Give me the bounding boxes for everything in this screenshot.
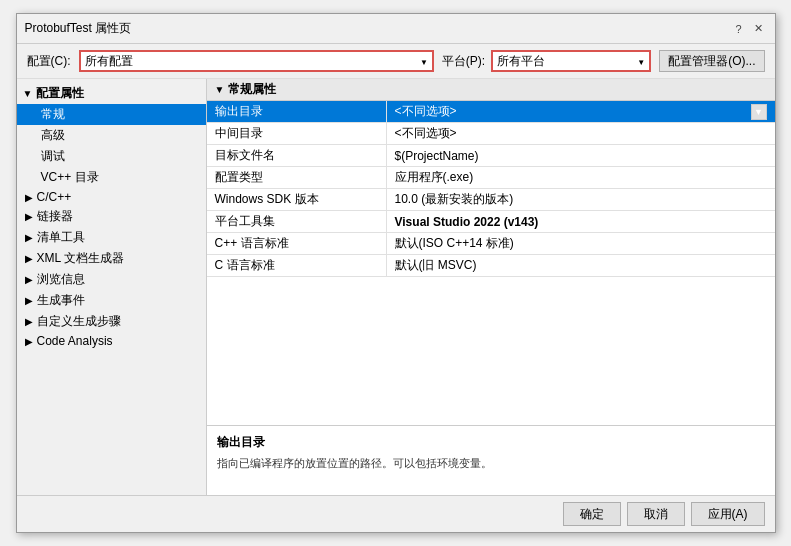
description-title: 输出目录 xyxy=(217,434,765,451)
cancel-button[interactable]: 取消 xyxy=(627,502,685,526)
tree-group-browse[interactable]: ▶浏览信息 xyxy=(17,269,206,290)
tree-item-advanced[interactable]: 高级 xyxy=(17,125,206,146)
tree-item-vc-dirs[interactable]: VC++ 目录 xyxy=(17,167,206,188)
prop-value-intermediate-dir: <不同选项> xyxy=(387,123,775,144)
prop-name-sdk-version: Windows SDK 版本 xyxy=(207,189,387,210)
tree-group-manifest[interactable]: ▶清单工具 xyxy=(17,227,206,248)
tree-item-debug[interactable]: 调试 xyxy=(17,146,206,167)
prop-row-sdk-version[interactable]: Windows SDK 版本10.0 (最新安装的版本) xyxy=(207,189,775,211)
prop-value-text-intermediate-dir: <不同选项> xyxy=(395,125,457,142)
tree-arrow: ▶ xyxy=(25,211,33,222)
description-panel: 输出目录 指向已编译程序的放置位置的路径。可以包括环境变量。 xyxy=(207,425,775,495)
props-section-label: 常规属性 xyxy=(228,81,276,98)
tree-arrow: ▶ xyxy=(25,336,33,347)
tree-arrow: ▶ xyxy=(25,316,33,327)
config-value: 所有配置 xyxy=(85,53,133,70)
tree-arrow: ▶ xyxy=(25,192,33,203)
ok-button[interactable]: 确定 xyxy=(563,502,621,526)
prop-value-text-config-type: 应用程序(.exe) xyxy=(395,169,474,186)
config-dropdown[interactable]: 所有配置 xyxy=(79,50,434,72)
config-manager-button[interactable]: 配置管理器(O)... xyxy=(659,50,764,72)
prop-value-sdk-version: 10.0 (最新安装的版本) xyxy=(387,189,775,210)
prop-rows: 输出目录<不同选项>▼中间目录<不同选项>目标文件名$(ProjectName)… xyxy=(207,101,775,277)
tree-group-label: 链接器 xyxy=(37,208,73,225)
prop-row-target-name[interactable]: 目标文件名$(ProjectName) xyxy=(207,145,775,167)
prop-value-config-type: 应用程序(.exe) xyxy=(387,167,775,188)
prop-value-output-dir: <不同选项>▼ xyxy=(387,101,775,122)
prop-name-cpp-standard: C++ 语言标准 xyxy=(207,233,387,254)
prop-value-c-standard: 默认(旧 MSVC) xyxy=(387,255,775,276)
tree-item-general[interactable]: 常规 xyxy=(17,104,206,125)
tree-group-cpp[interactable]: ▶C/C++ xyxy=(17,188,206,206)
prop-value-text-cpp-standard: 默认(ISO C++14 标准) xyxy=(395,235,514,252)
config-label: 配置(C): xyxy=(27,53,71,70)
props-section-header: ▼ 常规属性 xyxy=(207,79,775,101)
tree-group-label: 自定义生成步骤 xyxy=(37,313,121,330)
tree-group-code-analysis[interactable]: ▶Code Analysis xyxy=(17,332,206,350)
prop-value-cpp-standard: 默认(ISO C++14 标准) xyxy=(387,233,775,254)
tree-arrow: ▶ xyxy=(25,295,33,306)
prop-value-target-name: $(ProjectName) xyxy=(387,145,775,166)
prop-value-text-platform-toolset: Visual Studio 2022 (v143) xyxy=(395,215,539,229)
prop-name-platform-toolset: 平台工具集 xyxy=(207,211,387,232)
prop-row-intermediate-dir[interactable]: 中间目录<不同选项> xyxy=(207,123,775,145)
prop-name-output-dir: 输出目录 xyxy=(207,101,387,122)
prop-dropdown-btn-output-dir[interactable]: ▼ xyxy=(751,104,767,120)
props-table: ▼ 常规属性 输出目录<不同选项>▼中间目录<不同选项>目标文件名$(Proje… xyxy=(207,79,775,425)
props-section-arrow: ▼ xyxy=(215,84,225,95)
prop-value-platform-toolset: Visual Studio 2022 (v143) xyxy=(387,211,775,232)
tree-group-custom-steps[interactable]: ▶自定义生成步骤 xyxy=(17,311,206,332)
close-button[interactable]: ✕ xyxy=(751,21,767,37)
platform-row: 平台(P): 所有平台 xyxy=(442,50,651,72)
description-text: 指向已编译程序的放置位置的路径。可以包括环境变量。 xyxy=(217,455,765,472)
main-content: ▼ 配置属性 常规高级调试VC++ 目录▶C/C++▶链接器▶清单工具▶XML … xyxy=(17,79,775,495)
prop-name-config-type: 配置类型 xyxy=(207,167,387,188)
tree-items: 常规高级调试VC++ 目录▶C/C++▶链接器▶清单工具▶XML 文档生成器▶浏… xyxy=(17,104,206,350)
prop-value-text-c-standard: 默认(旧 MSVC) xyxy=(395,257,477,274)
tree-group-linker[interactable]: ▶链接器 xyxy=(17,206,206,227)
help-button[interactable]: ? xyxy=(731,21,747,37)
prop-name-c-standard: C 语言标准 xyxy=(207,255,387,276)
tree-section-arrow: ▼ xyxy=(23,88,33,99)
prop-row-platform-toolset[interactable]: 平台工具集Visual Studio 2022 (v143) xyxy=(207,211,775,233)
title-buttons: ? ✕ xyxy=(731,21,767,37)
platform-value: 所有平台 xyxy=(497,53,545,70)
prop-row-config-type[interactable]: 配置类型应用程序(.exe) xyxy=(207,167,775,189)
tree-group-label: XML 文档生成器 xyxy=(37,250,125,267)
prop-value-text-sdk-version: 10.0 (最新安装的版本) xyxy=(395,191,514,208)
properties-dialog: ProtobufTest 属性页 ? ✕ 配置(C): 所有配置 平台(P): … xyxy=(16,13,776,533)
prop-name-intermediate-dir: 中间目录 xyxy=(207,123,387,144)
tree-group-label: C/C++ xyxy=(37,190,72,204)
config-chevron xyxy=(420,54,428,68)
tree-group-label: Code Analysis xyxy=(37,334,113,348)
platform-chevron xyxy=(637,54,645,68)
prop-value-text-target-name: $(ProjectName) xyxy=(395,149,479,163)
tree-section-header[interactable]: ▼ 配置属性 xyxy=(17,83,206,104)
prop-value-text-output-dir: <不同选项> xyxy=(395,103,457,120)
bottom-bar: 确定 取消 应用(A) xyxy=(17,495,775,532)
tree-group-label: 生成事件 xyxy=(37,292,85,309)
tree-group-label: 浏览信息 xyxy=(37,271,85,288)
tree-group-label: 清单工具 xyxy=(37,229,85,246)
prop-row-cpp-standard[interactable]: C++ 语言标准默认(ISO C++14 标准) xyxy=(207,233,775,255)
left-panel: ▼ 配置属性 常规高级调试VC++ 目录▶C/C++▶链接器▶清单工具▶XML … xyxy=(17,79,207,495)
config-row: 配置(C): 所有配置 平台(P): 所有平台 配置管理器(O)... xyxy=(17,44,775,79)
tree-section-label: 配置属性 xyxy=(36,85,84,102)
apply-button[interactable]: 应用(A) xyxy=(691,502,765,526)
tree-arrow: ▶ xyxy=(25,232,33,243)
platform-label: 平台(P): xyxy=(442,53,485,70)
platform-dropdown[interactable]: 所有平台 xyxy=(491,50,651,72)
prop-row-output-dir[interactable]: 输出目录<不同选项>▼ xyxy=(207,101,775,123)
prop-name-target-name: 目标文件名 xyxy=(207,145,387,166)
tree-group-build-events[interactable]: ▶生成事件 xyxy=(17,290,206,311)
title-bar: ProtobufTest 属性页 ? ✕ xyxy=(17,14,775,44)
dialog-title: ProtobufTest 属性页 xyxy=(25,20,132,37)
right-panel: ▼ 常规属性 输出目录<不同选项>▼中间目录<不同选项>目标文件名$(Proje… xyxy=(207,79,775,495)
tree-group-xml-gen[interactable]: ▶XML 文档生成器 xyxy=(17,248,206,269)
tree-arrow: ▶ xyxy=(25,253,33,264)
tree-arrow: ▶ xyxy=(25,274,33,285)
prop-row-c-standard[interactable]: C 语言标准默认(旧 MSVC) xyxy=(207,255,775,277)
